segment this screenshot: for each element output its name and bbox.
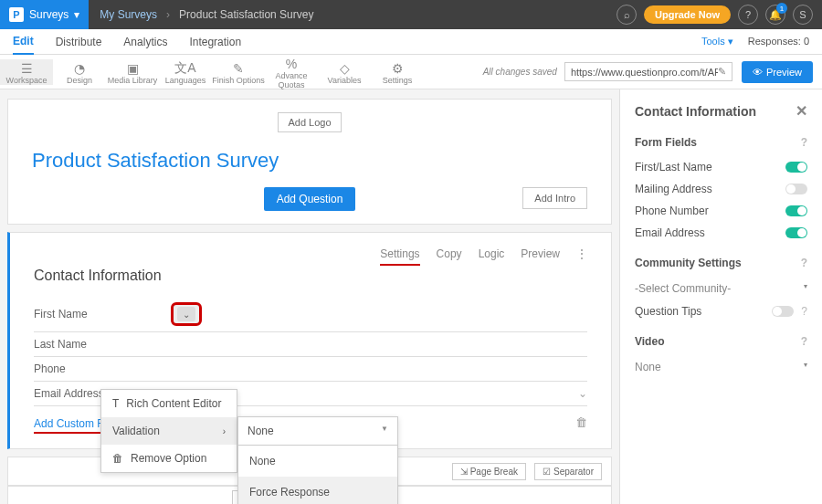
brand-label: Surveys (29, 8, 68, 21)
tool-settings[interactable]: ⚙Settings (371, 59, 424, 85)
field-options-highlight: ⌄ (171, 302, 202, 326)
separator-button[interactable]: ☑ Separator (534, 463, 602, 480)
search-icon[interactable]: ⌕ (616, 5, 637, 25)
help-icon[interactable]: ? (738, 5, 758, 25)
preview-button[interactable]: 👁Preview (742, 61, 813, 83)
trash-icon[interactable]: 🗑 (575, 415, 587, 429)
tool-media[interactable]: ▣Media Library (106, 59, 159, 85)
quota-icon: % (265, 57, 318, 71)
add-question-button[interactable]: Add Question (264, 187, 356, 211)
more-icon[interactable]: ⋮ (576, 247, 587, 260)
page-break-button[interactable]: ⇲ Page Break (452, 463, 526, 480)
dropdown-icon: ▼ (381, 425, 388, 437)
subnav: Edit Distribute Analytics Integration To… (0, 29, 822, 55)
toggle-mailing[interactable]: Mailing Address (635, 178, 807, 200)
close-icon[interactable]: ✕ (796, 102, 807, 120)
field-context-menu: TRich Content Editor Validation› 🗑Remove… (100, 389, 237, 473)
gear-icon: ⚙ (371, 61, 424, 76)
action-copy[interactable]: Copy (437, 247, 462, 260)
brand-logo: P (9, 7, 24, 22)
panel-title: Contact Information✕ (635, 102, 807, 120)
bell-badge: 1 (776, 3, 787, 14)
field-label: First Name (34, 308, 171, 320)
tool-languages[interactable]: 文ALanguages (159, 59, 212, 85)
field-first-name[interactable]: First Name ⌄ (34, 297, 587, 332)
tab-edit[interactable]: Edit (13, 29, 34, 55)
survey-title[interactable]: Product Satisfaction Survey (32, 149, 587, 173)
section-video: Video? (635, 335, 807, 348)
toggle-switch[interactable] (785, 205, 807, 216)
var-icon: ◇ (318, 61, 371, 76)
upgrade-button[interactable]: Upgrade Now (644, 5, 731, 24)
media-icon: ▣ (106, 61, 159, 76)
design-icon: ◔ (53, 61, 106, 76)
chevron-down-icon[interactable]: ⌄ (177, 307, 195, 321)
action-logic[interactable]: Logic (479, 247, 505, 260)
bell-icon[interactable]: 🔔1 (765, 5, 785, 25)
question-title[interactable]: Contact Information (34, 268, 587, 284)
section-form-fields: Form Fields? (635, 136, 807, 149)
field-label: Phone (34, 362, 171, 375)
toggle-email[interactable]: Email Address (635, 222, 807, 244)
menu-remove-option[interactable]: 🗑Remove Option (101, 445, 237, 472)
tab-analytics[interactable]: Analytics (123, 30, 167, 54)
action-settings[interactable]: Settings (380, 247, 419, 260)
toggle-switch[interactable] (785, 227, 807, 238)
community-select[interactable]: -Select Community-▾ (635, 277, 807, 300)
action-preview[interactable]: Preview (521, 247, 560, 260)
section-community: Community Settings? (635, 257, 807, 269)
field-label: Last Name (34, 338, 171, 351)
toggle-switch[interactable] (772, 306, 794, 317)
tool-quotas[interactable]: %Advance Quotas (265, 55, 318, 89)
opt-none[interactable]: None (238, 446, 397, 477)
field-phone[interactable]: Phone (34, 357, 587, 382)
user-avatar[interactable]: S (793, 5, 813, 25)
breadcrumb-page: Product Satisfaction Survey (179, 8, 313, 21)
workspace-icon: ☰ (0, 61, 53, 76)
eye-icon: 👁 (753, 67, 763, 78)
responses-count: Responses: 0 (748, 36, 809, 47)
survey-url[interactable]: https://www.questionpro.com/t/AP53kZgUI✎ (564, 62, 732, 81)
help-icon[interactable]: ? (801, 136, 807, 149)
video-select[interactable]: None▾ (635, 355, 807, 379)
toolbar: ☰Workspace ◔Design ▣Media Library 文ALang… (0, 55, 822, 89)
lang-icon: 文A (159, 61, 212, 76)
tools-dropdown[interactable]: Tools ▾ (701, 36, 733, 47)
help-icon[interactable]: ? (801, 305, 807, 318)
dropdown-icon: ▾ (804, 361, 807, 373)
chevron-right-icon: › (223, 426, 226, 436)
finish-icon: ✎ (212, 61, 265, 76)
brand-dropdown[interactable]: P Surveys ▾ (0, 0, 89, 29)
tool-workspace[interactable]: ☰Workspace (0, 59, 53, 85)
breadcrumb-sep: › (166, 8, 170, 21)
tab-integration[interactable]: Integration (189, 30, 241, 54)
menu-rich-content[interactable]: TRich Content Editor (101, 390, 237, 417)
chevron-down-icon[interactable]: ⌄ (578, 387, 587, 400)
toggle-firstlast[interactable]: First/Last Name (635, 156, 807, 178)
trash-icon: 🗑 (112, 452, 123, 465)
tool-design[interactable]: ◔Design (53, 59, 106, 85)
help-icon[interactable]: ? (801, 335, 807, 348)
breadcrumb-root[interactable]: My Surveys (100, 8, 157, 21)
canvas: Add Logo Product Satisfaction Survey Add… (0, 89, 619, 504)
tab-distribute[interactable]: Distribute (56, 30, 102, 54)
dropdown-icon: ▾ (804, 282, 807, 295)
menu-validation[interactable]: Validation› (101, 417, 237, 445)
validation-submenu: None▼ None Force Response Request Respon… (237, 416, 398, 504)
toggle-phone[interactable]: Phone Number (635, 200, 807, 222)
add-intro-button[interactable]: Add Intro (522, 187, 587, 209)
tool-finish[interactable]: ✎Finish Options (212, 59, 265, 85)
toggle-switch[interactable] (785, 162, 807, 173)
validation-select[interactable]: None▼ (238, 417, 397, 446)
text-icon: T (112, 397, 119, 410)
toggle-switch[interactable] (785, 184, 807, 194)
question-actions: Settings Copy Logic Preview ⋮ (34, 247, 587, 260)
help-icon[interactable]: ? (801, 257, 807, 269)
add-logo-button[interactable]: Add Logo (278, 112, 341, 132)
tool-variables[interactable]: ◇Variables (318, 59, 371, 85)
edit-url-icon[interactable]: ✎ (718, 66, 726, 78)
field-last-name[interactable]: Last Name (34, 332, 587, 357)
chevron-down-icon: ▾ (74, 8, 79, 21)
toggle-qtips[interactable]: Question Tips? (635, 300, 807, 322)
opt-force-response[interactable]: Force Response (238, 477, 397, 504)
